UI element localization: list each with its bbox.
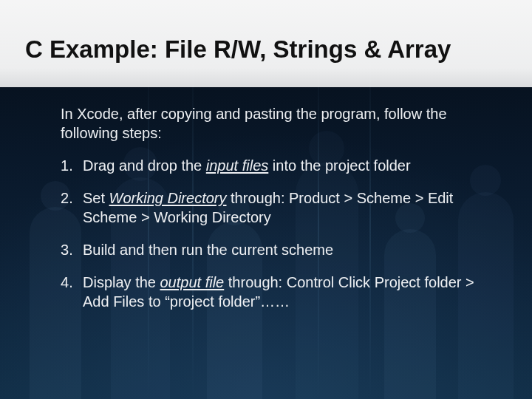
- step-item: Build and then run the current scheme: [61, 240, 482, 259]
- emphasis-input-files: input files: [206, 157, 269, 174]
- step-text: Drag and drop the: [83, 157, 206, 174]
- step-text: Set: [83, 190, 109, 206]
- step-text: into the project folder: [268, 157, 410, 174]
- step-item: Display the output file through: Control…: [61, 273, 482, 311]
- step-item: Set Working Directory through: Product >…: [61, 188, 482, 227]
- step-text: Display the: [83, 274, 160, 290]
- emphasis-working-directory: Working Directory: [109, 190, 227, 206]
- step-item: Drag and drop the input files into the p…: [61, 156, 482, 175]
- steps-list: Drag and drop the input files into the p…: [61, 156, 482, 311]
- slide-body: In Xcode, after copying and pasting the …: [0, 87, 532, 311]
- intro-text: In Xcode, after copying and pasting the …: [61, 105, 482, 143]
- slide-title: C Example: File R/W, Strings & Array: [25, 35, 507, 64]
- emphasis-output-file: output file: [160, 274, 225, 290]
- step-text: Build and then run the current scheme: [83, 242, 333, 258]
- title-band: C Example: File R/W, Strings & Array: [0, 0, 532, 87]
